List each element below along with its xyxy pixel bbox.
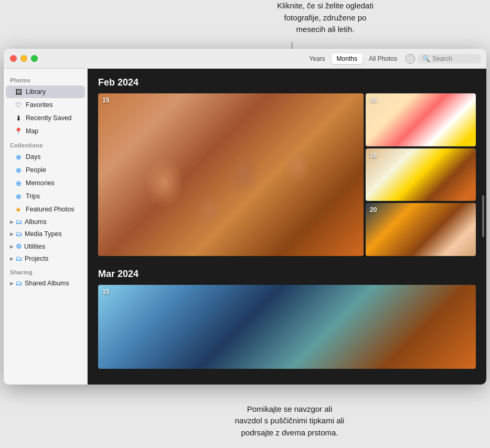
sidebar-item-media-types[interactable]: ▶ 🗂 Media Types [6,228,85,240]
month-label-feb: Feb 2024 [98,77,476,88]
library-icon: 🖼 [14,88,23,96]
projects-icon: 🗂 [16,255,23,262]
sidebar-item-shared-albums[interactable]: ▶ 🗂 Shared Albums [6,278,85,289]
expand-arrow-projects: ▶ [10,256,14,261]
search-box: 🔍 [418,54,481,63]
sidebar-item-trips[interactable]: ⊕ Trips [6,190,85,202]
info-button[interactable]: ⓘ [406,54,415,63]
sidebar-item-utilities[interactable]: ▶ ⚙ Utilities [6,240,85,252]
scroll-indicator [482,195,484,237]
search-icon: 🔍 [422,55,430,62]
sidebar-section-sharing: Sharing [4,265,87,277]
sidebar-section-photos: Photos [4,73,87,85]
featured-icon: ★ [14,205,23,214]
download-icon: ⬇ [14,114,23,122]
map-icon: 📍 [14,127,23,135]
month-section-mar: Mar 2024 15 [98,269,476,369]
month-label-mar: Mar 2024 [98,269,476,280]
photo-main-mar[interactable]: 15 [98,285,476,369]
tab-months[interactable]: Months [332,54,363,64]
mac-window: Years Months All Photos ⓘ 🔍 Photos 🖼 Lib… [4,49,486,385]
sidebar-item-map[interactable]: 📍 Map [6,125,85,137]
photo-thumb-col-feb: 16 18 20 [366,93,476,256]
people-icon: ⊕ [14,166,23,174]
titlebar: Years Months All Photos ⓘ 🔍 [4,49,486,69]
photo-count-portrait: 20 [370,206,377,214]
callout-bottom: Pomikajte se navzgor ali navzdol s pušči… [89,403,490,439]
sidebar-item-library[interactable]: 🖼 Library [6,86,85,98]
trips-icon: ⊕ [14,192,23,200]
sidebar-item-projects[interactable]: ▶ 🗂 Projects [6,253,85,264]
close-button[interactable] [10,55,17,62]
memories-icon: ⊕ [14,179,23,187]
photo-thumb-food[interactable]: 18 [366,148,476,201]
traffic-lights [4,55,38,62]
photo-main-feb[interactable]: 15 [98,93,364,256]
tab-years[interactable]: Years [304,54,330,64]
tab-allphotos[interactable]: All Photos [364,54,402,64]
sidebar-section-collections: Collections [4,138,87,150]
media-types-icon: 🗂 [16,230,23,238]
sidebar-item-featured[interactable]: ★ Featured Photos [6,203,85,216]
sidebar-item-recently-saved[interactable]: ⬇ Recently Saved [6,112,85,124]
window-body: Photos 🖼 Library ♡ Favorites ⬇ Recently … [4,69,486,385]
photo-count-cake: 16 [370,97,377,104]
expand-arrow-shared: ▶ [10,281,14,286]
expand-arrow-utilities: ▶ [10,244,14,249]
sidebar-item-memories[interactable]: ⊕ Memories [6,177,85,189]
toolbar-tabs: Years Months All Photos ⓘ 🔍 [304,54,481,64]
sidebar: Photos 🖼 Library ♡ Favorites ⬇ Recently … [4,69,88,385]
days-icon: ⊕ [14,153,23,161]
search-input[interactable] [432,55,480,62]
callout-top: Kliknite, če si želite ogledati fotograf… [220,0,430,36]
sidebar-item-albums[interactable]: ▶ 🗂 Albums [6,216,85,228]
sidebar-item-people[interactable]: ⊕ People [6,164,85,176]
fullscreen-button[interactable] [31,55,38,62]
utilities-icon: ⚙ [16,242,22,250]
main-content: Feb 2024 15 16 18 [88,69,486,385]
month-section-feb: Feb 2024 15 16 18 [98,77,476,256]
photo-count-food: 18 [370,152,377,159]
heart-icon: ♡ [14,101,23,109]
photo-count-main-mar: 15 [102,288,109,295]
expand-arrow-media: ▶ [10,231,14,237]
photo-grid-feb: 15 16 18 20 [98,93,476,256]
shared-albums-icon: 🗂 [16,280,23,287]
sidebar-item-days[interactable]: ⊕ Days [6,151,85,163]
minimize-button[interactable] [20,55,27,62]
albums-icon: 🗂 [16,218,23,226]
sidebar-item-favorites[interactable]: ♡ Favorites [6,99,85,111]
photo-thumb-cake[interactable]: 16 [366,93,476,146]
expand-arrow-albums: ▶ [10,219,14,225]
photo-count-main-feb: 15 [102,97,109,104]
photo-thumb-portrait[interactable]: 20 [366,203,476,256]
